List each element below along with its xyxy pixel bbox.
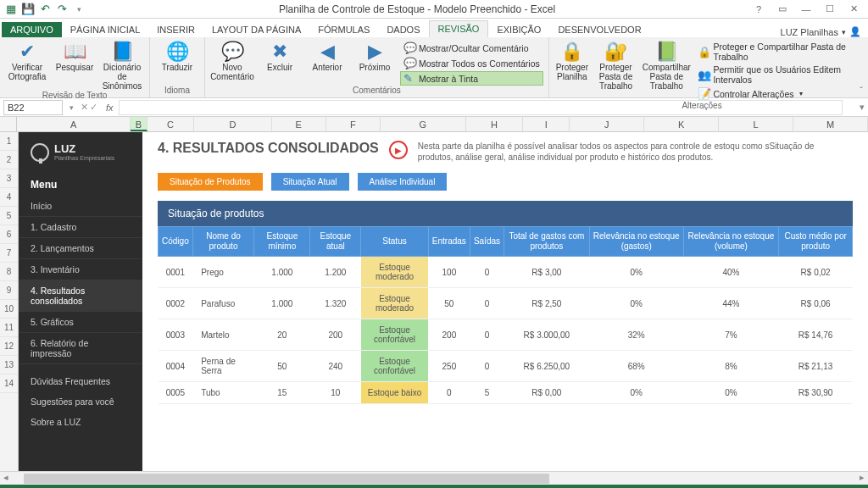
help-icon[interactable]: ? [748, 2, 770, 17]
sidebar-item[interactable]: Início [19, 196, 142, 217]
table-header: Relevância no estoque (volume) [683, 227, 779, 257]
table-cell: 68% [589, 351, 683, 382]
maximize-icon[interactable]: ☐ [819, 2, 841, 17]
tab-exibição[interactable]: EXIBIÇÃO [488, 22, 549, 37]
column-header-G[interactable]: G [381, 117, 466, 131]
thesaurus-icon: 📘 [111, 41, 134, 63]
allow-edit-button[interactable]: 👥Permitir que os Usuários Editem Interva… [694, 64, 849, 86]
horizontal-scrollbar[interactable]: ◂ ▸ [0, 471, 868, 485]
cancel-formula-icon[interactable]: ✕ [81, 102, 88, 113]
save-icon[interactable]: 💾 [20, 2, 36, 17]
scrollbar-thumb[interactable] [24, 474, 549, 484]
row-header[interactable]: 7 [0, 244, 18, 263]
subtab[interactable]: Situação de Produtos [158, 173, 263, 191]
row-header[interactable]: 5 [0, 207, 18, 225]
sidebar-item[interactable]: 2. Lançamentos [19, 238, 142, 259]
column-header-F[interactable]: F [326, 117, 381, 131]
column-header-J[interactable]: J [570, 117, 644, 131]
name-box[interactable]: B22 [3, 100, 63, 115]
delete-comment-button[interactable]: ✖Excluir [258, 39, 302, 72]
group-label-comments: Comentários [210, 86, 543, 96]
sidebar-extra-item[interactable]: Sugestões para você [19, 391, 142, 412]
row-header[interactable]: 4 [0, 188, 18, 207]
main-content: 4. RESULTADOS CONSOLIDADOS ▶ Nesta parte… [142, 132, 868, 413]
row-header[interactable]: 10 [0, 300, 18, 319]
sidebar-item[interactable]: 6. Relatório de impressão [19, 333, 142, 364]
sidebar-item[interactable]: 4. Resultados consolidados [19, 280, 142, 312]
toggle-comment-button[interactable]: 💬Mostrar/Ocultar Comentário [400, 41, 543, 55]
table-cell: 40% [683, 257, 779, 288]
column-header-I[interactable]: I [523, 117, 570, 131]
row-header[interactable]: 6 [0, 225, 18, 244]
tab-desenvolvedor[interactable]: DESENVOLVEDOR [549, 22, 649, 37]
protect-workbook-button[interactable]: 🔐Proteger Pasta de Trabalho [593, 39, 638, 91]
namebox-dropdown-icon[interactable]: ▾ [66, 103, 77, 112]
show-all-comments-button[interactable]: 💬Mostrar Todos os Comentários [400, 56, 543, 70]
column-header-B[interactable]: B [131, 117, 147, 131]
select-all-corner[interactable] [0, 117, 17, 131]
table-cell: Parafuso [192, 288, 254, 319]
row-header[interactable]: 11 [0, 319, 18, 337]
redo-icon[interactable]: ↷ [54, 2, 70, 17]
sidebar-item[interactable]: 1. Cadastro [19, 217, 142, 238]
translate-button[interactable]: 🌐Traduzir [155, 39, 199, 72]
row-header[interactable]: 8 [0, 263, 18, 281]
column-header-H[interactable]: H [466, 117, 524, 131]
next-comment-button[interactable]: ▶Próximo [353, 39, 397, 72]
accept-formula-icon[interactable]: ✓ [90, 102, 97, 113]
sidebar-extra-item[interactable]: Dúvidas Frequentes [19, 371, 142, 391]
subtab[interactable]: Situação Atual [271, 173, 349, 191]
sheet-content[interactable]: LUZ Planilhas Empresariais Menu Início1.… [19, 132, 868, 471]
sidebar-item[interactable]: 3. Inventário [19, 259, 142, 280]
row-header[interactable]: 2 [0, 151, 18, 169]
share-workbook-button[interactable]: 📗Compartilhar Pasta de Trabalho [642, 39, 691, 91]
user-account[interactable]: LUZ Planilhas ▾ 👤 [781, 26, 868, 37]
column-header-A[interactable]: A [17, 117, 131, 131]
tab-layout-da-página[interactable]: LAYOUT DA PÁGINA [203, 22, 309, 37]
protect-sheet-button[interactable]: 🔒Proteger Planilha [554, 39, 590, 81]
column-header-E[interactable]: E [272, 117, 326, 131]
thesaurus-button[interactable]: 📘Dicionário de Sinônimos [100, 39, 144, 91]
column-header-L[interactable]: L [719, 117, 793, 131]
play-icon[interactable]: ▶ [389, 141, 408, 159]
subtab[interactable]: Análise Individual [358, 173, 448, 191]
formula-input[interactable] [119, 100, 843, 115]
spelling-button[interactable]: ✔Verificar Ortografia [5, 39, 49, 81]
new-comment-button[interactable]: 💬Novo Comentário [210, 39, 254, 81]
row-header[interactable]: 13 [0, 356, 18, 374]
row-header[interactable]: 9 [0, 281, 18, 300]
undo-icon[interactable]: ↶ [37, 2, 53, 17]
table-header: Nome do produto [192, 227, 254, 257]
show-ink-button[interactable]: ✎Mostrar à Tinta [400, 71, 543, 86]
prev-comment-button[interactable]: ◀Anterior [305, 39, 349, 72]
table-cell: 0 [470, 257, 504, 288]
column-header-M[interactable]: M [793, 117, 868, 131]
research-button[interactable]: 📖Pesquisar [53, 39, 97, 72]
sidebar-item[interactable]: 5. Gráficos [19, 312, 142, 333]
tab-página-inicial[interactable]: PÁGINA INICIAL [62, 22, 149, 37]
tab-fórmulas[interactable]: FÓRMULAS [309, 22, 378, 37]
collapse-ribbon-icon[interactable]: ˇ [854, 86, 868, 97]
tab-dados[interactable]: DADOS [378, 22, 428, 37]
ribbon-options-icon[interactable]: ▭ [771, 2, 793, 17]
minimize-icon[interactable]: — [795, 2, 817, 17]
row-header[interactable]: 12 [0, 337, 18, 356]
close-icon[interactable]: ✕ [843, 2, 865, 17]
expand-formula-icon[interactable]: ▾ [856, 102, 868, 113]
track-changes-button[interactable]: 📝Controlar Alterações▾ [694, 86, 849, 101]
table-cell: 8% [683, 351, 779, 382]
column-header-C[interactable]: C [147, 117, 194, 131]
qat-customize-icon[interactable]: ▾ [71, 2, 86, 17]
fx-icon[interactable]: fx [101, 103, 119, 113]
column-header-D[interactable]: D [194, 117, 272, 131]
row-header[interactable]: 14 [0, 374, 18, 393]
column-header-K[interactable]: K [644, 117, 719, 131]
tab-arquivo[interactable]: ARQUIVO [2, 22, 62, 37]
tab-revisão[interactable]: REVISÃO [429, 20, 489, 37]
table-cell: Prego [192, 257, 254, 288]
sidebar-extra-item[interactable]: Sobre a LUZ [19, 412, 142, 432]
tab-inserir[interactable]: INSERIR [148, 22, 203, 37]
protect-share-button[interactable]: 🔒Proteger e Compartilhar Pasta de Trabal… [694, 41, 849, 63]
row-header[interactable]: 1 [0, 132, 18, 151]
row-header[interactable]: 3 [0, 169, 18, 188]
